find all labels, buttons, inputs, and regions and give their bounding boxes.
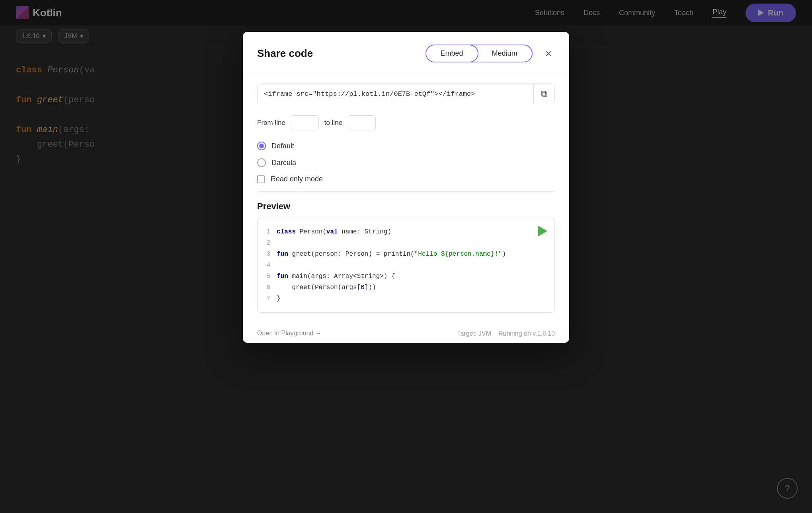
copy-icon: ⧉ (541, 89, 547, 99)
modal-footer: Open in Playground → Target: JVM Running… (243, 324, 569, 343)
copy-button[interactable]: ⧉ (533, 84, 554, 104)
from-line-input[interactable] (291, 115, 319, 130)
embed-url-input[interactable] (258, 85, 533, 103)
tab-embed[interactable]: Embed (426, 45, 478, 62)
preview-code: 1 class Person(val name: String) 2 3 fun… (258, 218, 554, 312)
modal-title: Share code (257, 47, 313, 60)
modal-header: Share code Embed Medium × (243, 32, 569, 72)
share-code-modal: Share code Embed Medium × ⧉ From line to… (243, 32, 569, 343)
tab-medium[interactable]: Medium (478, 45, 532, 62)
modal-overlay: Share code Embed Medium × ⧉ From line to… (0, 0, 812, 513)
embed-url-row: ⧉ (257, 84, 555, 104)
preview-box: 1 class Person(val name: String) 2 3 fun… (257, 218, 555, 313)
preview-line-5: 5 fun main(args: Array<String>) { (264, 271, 554, 282)
preview-run-icon (538, 225, 547, 237)
radio-darcula[interactable] (257, 158, 266, 167)
preview-line-1: 1 class Person(val name: String) (264, 226, 554, 237)
option-darcula-row: Darcula (257, 158, 555, 167)
footer-meta: Target: JVM Running on v.1.6.10 (457, 330, 555, 337)
open-playground-link[interactable]: Open in Playground → (257, 330, 322, 337)
preview-line-6: 6 greet(Person(args[0])) (264, 282, 554, 293)
preview-line-3: 3 fun greet(person: Person) = println("H… (264, 249, 554, 260)
preview-line-4: 4 (264, 260, 554, 271)
close-button[interactable]: × (542, 47, 555, 61)
preview-title: Preview (257, 201, 555, 212)
to-line-input[interactable] (348, 115, 376, 130)
checkbox-readonly[interactable] (257, 175, 265, 183)
preview-line-7: 7 } (264, 293, 554, 304)
radio-default[interactable] (257, 142, 266, 150)
option-default-row: Default (257, 142, 555, 150)
preview-run-button[interactable] (538, 225, 547, 237)
divider (257, 191, 555, 192)
option-readonly-row: Read only mode (257, 175, 555, 183)
modal-body: ⧉ From line to line Default Darcula (243, 72, 569, 324)
line-range-row: From line to line (257, 115, 555, 130)
tab-group: Embed Medium (426, 45, 533, 62)
preview-line-2: 2 (264, 237, 554, 249)
